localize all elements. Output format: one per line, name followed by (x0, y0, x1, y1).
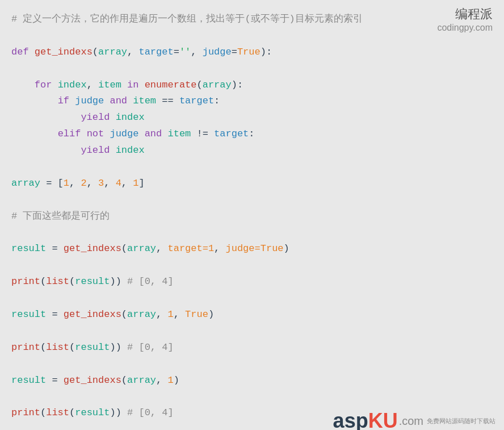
brand-en: codingpy.com (437, 23, 493, 33)
code-line-13: # 下面这些都是可行的 (11, 208, 487, 225)
ku-text: KU (368, 409, 398, 430)
dot-com: .com (399, 415, 423, 428)
code-line-23: result = get_indexs(array, 1) (11, 373, 487, 389)
watermark-bottom: aspKU .com 免费网站源码随时下载站 (333, 409, 495, 430)
code-line-02 (11, 28, 487, 44)
asp-subtitle: 免费网站源码随时下载站 (427, 418, 495, 425)
code-area: # 定义一个方法，它的作用是遍历一个数组，找出等于(或不等于)目标元素的索引 d… (0, 0, 504, 430)
code-line-22 (11, 356, 487, 373)
code-line-24 (11, 389, 487, 405)
code-line-20 (11, 323, 487, 340)
code-line-07: yield index (11, 110, 487, 126)
code-line-14 (11, 225, 487, 241)
code-line-19: result = get_indexs(array, 1, True) (11, 307, 487, 323)
code-line-10 (11, 159, 487, 176)
code-line-18 (11, 290, 487, 307)
code-line-09: yield index (11, 143, 487, 159)
asp-text: asp (333, 409, 368, 430)
code-line-11: array = [1, 2, 3, 4, 1] (11, 176, 487, 192)
code-line-21: print(list(result)) # [0, 4] (11, 340, 487, 356)
watermark-top: 编程派 codingpy.com (437, 6, 493, 33)
code-line-03: def get_indexs(array, target='', judge=T… (11, 44, 487, 61)
code-line-12 (11, 192, 487, 208)
code-line-15: result = get_indexs(array, target=1, jud… (11, 241, 487, 257)
code-line-16 (11, 257, 487, 274)
brand-cn: 编程派 (437, 6, 493, 23)
code-line-17: print(list(result)) # [0, 4] (11, 274, 487, 290)
asp-brand: aspKU (333, 409, 398, 430)
code-line-01: # 定义一个方法，它的作用是遍历一个数组，找出等于(或不等于)目标元素的索引 (11, 11, 487, 28)
code-line-05: for index, item in enumerate(array): (11, 77, 487, 94)
code-line-08: elif not judge and item != target: (11, 126, 487, 143)
code-line-06: if judge and item == target: (11, 93, 487, 110)
code-line-04 (11, 61, 487, 77)
